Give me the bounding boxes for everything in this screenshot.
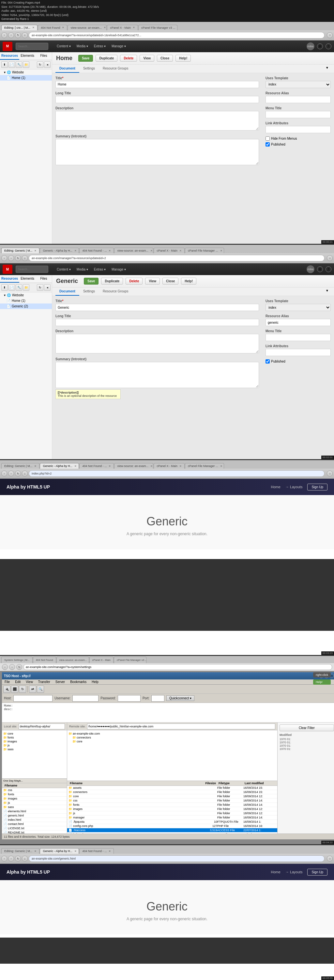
hide-from-menus-checkbox[interactable] xyxy=(266,137,270,141)
fz-remote-file-fonts[interactable]: 📁fontsFile folder16/09/2014 14: xyxy=(67,803,277,807)
forward-button[interactable]: › xyxy=(8,32,14,38)
fz-remote-file-assets[interactable]: 📁assetsFile folder16/09/2014 15: xyxy=(67,786,277,790)
back-button[interactable]: ‹ xyxy=(1,32,7,38)
reload-button[interactable]: ↻ xyxy=(15,32,21,38)
tab-close-icon[interactable]: ✕ xyxy=(133,26,135,29)
published-checkbox-2[interactable] xyxy=(266,359,270,364)
modx-search-2[interactable] xyxy=(16,266,48,273)
tab-close-icon[interactable]: ✕ xyxy=(104,26,106,29)
back-button-2[interactable]: ‹ xyxy=(1,255,7,261)
res-tab-toggle[interactable]: ▼ xyxy=(324,65,331,73)
fz-tool-reconnect[interactable]: ↻ xyxy=(19,686,26,693)
link-attributes-input[interactable] xyxy=(266,126,331,133)
nav-extras[interactable]: Extras ▾ xyxy=(92,44,108,49)
fz-tree-item-images[interactable]: 📁 images xyxy=(3,740,65,743)
view-button[interactable]: View xyxy=(140,55,154,62)
tree-item-home-2[interactable]: 📄 Home (1) xyxy=(0,298,52,304)
fz-local-file-readme[interactable]: 📄README.txt xyxy=(2,830,67,834)
close-button[interactable]: Close xyxy=(157,55,173,62)
tab-editing-5[interactable]: Editing: Generic | M... ✕ xyxy=(1,848,40,854)
res-tab-settings-2[interactable]: Settings xyxy=(79,288,99,296)
close-button-2[interactable]: Close xyxy=(162,278,178,285)
fz-port-input[interactable] xyxy=(151,695,164,702)
link-attributes-input-2[interactable] xyxy=(266,349,331,356)
fz-local-file-license[interactable]: 📄LICENSE.txt xyxy=(2,826,67,830)
address-bar-3[interactable] xyxy=(29,470,324,477)
sidebar-tool-settings[interactable]: 🔧 xyxy=(16,61,22,68)
sidebar-tab-resources-2[interactable]: Resources xyxy=(0,275,19,283)
sidebar-tool-up-2[interactable]: ⬆ xyxy=(1,284,8,291)
help-icon[interactable]: ? xyxy=(326,43,331,49)
fz-local-file-fonts[interactable]: 📁fonts xyxy=(2,792,67,797)
tab-cpanel-fm-3[interactable]: cPanel File Manager ... ✕ xyxy=(185,463,224,469)
sidebar-tool-refresh[interactable]: ↻ xyxy=(37,61,43,68)
home-nav-button-5[interactable]: ⌂ xyxy=(22,856,28,862)
tab-close-icon[interactable]: ✕ xyxy=(34,249,37,252)
fz-local-file-index[interactable]: 📄index.html xyxy=(2,818,67,822)
avatar[interactable]: mike xyxy=(307,43,315,50)
nav-manage-2[interactable]: Manage ▾ xyxy=(110,267,128,272)
fz-local-file-images[interactable]: 📁images xyxy=(2,797,67,801)
uses-template-select[interactable]: index xyxy=(266,81,331,88)
home-nav-button-2[interactable]: ⌂ xyxy=(22,255,28,261)
tab-view-source-2[interactable]: view-source: an-exam... ✕ xyxy=(114,248,153,253)
tab-cpanel-fm-2[interactable]: cPanel File Manager ... ✕ xyxy=(185,248,224,253)
back-button-3[interactable]: ‹ xyxy=(1,471,7,476)
sidebar-tool-collapse-2[interactable]: ◂ xyxy=(44,284,51,291)
fz-remote-tree-site[interactable]: 📁 an-example-site.com xyxy=(68,732,276,736)
sidebar-tool-up[interactable]: ⬆ xyxy=(1,61,8,68)
signup-button-5[interactable]: Sign Up xyxy=(307,869,328,876)
tab-close-icon[interactable]: ✕ xyxy=(109,465,111,468)
fz-menu-help[interactable]: Help xyxy=(89,679,101,684)
long-title-input[interactable] xyxy=(56,96,259,103)
tab-404-2[interactable]: 404 Not Found - ... ✕ xyxy=(79,248,114,253)
bg-reload[interactable]: ↻ xyxy=(16,664,22,670)
fz-local-file-css[interactable]: 📁css xyxy=(2,788,67,792)
published-checkbox[interactable] xyxy=(266,142,270,146)
fz-quickconnect-button[interactable]: Quickconnect ▾ xyxy=(166,695,194,701)
fz-local-file-contact[interactable]: 📄contact.html xyxy=(2,822,67,826)
tab-404-bg[interactable]: 404 Not Found xyxy=(33,657,56,663)
reload-button-5[interactable]: ↻ xyxy=(15,856,21,862)
tree-item-website-2[interactable]: ▾ 🌐 Website xyxy=(0,293,52,298)
bookmark-icon[interactable]: ☆ xyxy=(327,32,333,38)
forward-button-5[interactable]: › xyxy=(8,856,14,862)
help-btn-right[interactable]: Help! xyxy=(313,679,331,685)
fz-remote-path-input[interactable] xyxy=(87,724,275,729)
fz-password-input[interactable] xyxy=(118,695,141,702)
fz-tool-stop[interactable]: ⬛ xyxy=(11,686,18,693)
avatar-2[interactable]: mike xyxy=(307,265,315,273)
nav-media-2[interactable]: Media ▾ xyxy=(75,267,90,272)
tab-404[interactable]: 404 Not Found ✕ xyxy=(38,25,67,30)
sidebar-tab-elements[interactable]: Elements xyxy=(19,52,35,60)
alias-input[interactable] xyxy=(266,96,331,103)
summary-textarea[interactable] xyxy=(56,139,259,165)
tab-generic-alpha[interactable]: Generic - Alpha by H... ✕ xyxy=(40,463,79,469)
settings-icon-2[interactable]: ⚙ xyxy=(317,266,323,272)
forward-button-2[interactable]: › xyxy=(8,255,14,261)
uses-template-select-2[interactable]: index xyxy=(266,304,331,311)
fz-menu-server[interactable]: Server xyxy=(53,679,67,684)
menu-title-input-2[interactable] xyxy=(266,334,331,341)
fz-menu-edit[interactable]: Edit xyxy=(13,679,23,684)
tab-close-icon[interactable]: ✕ xyxy=(74,850,76,853)
title-input[interactable] xyxy=(56,81,259,88)
fz-remote-file-images[interactable]: 📁imagesFile folder16/09/2014 12: xyxy=(67,807,277,811)
help-button[interactable]: Help! xyxy=(175,55,191,62)
signup-button-3[interactable]: Sign Up xyxy=(307,484,328,490)
back-button-5[interactable]: ‹ xyxy=(1,856,7,862)
fz-tool-sync[interactable]: ⇄ xyxy=(29,686,36,693)
tab-editing-generic-3[interactable]: Editing: Generic | M... ✕ xyxy=(1,463,40,469)
tab-close-icon[interactable]: ✕ xyxy=(74,249,76,252)
tab-close-icon[interactable]: ✕ xyxy=(109,850,111,853)
tab-close-icon[interactable]: ✕ xyxy=(34,850,37,853)
sidebar-tab-files-2[interactable]: Files xyxy=(35,275,52,283)
fz-tree-item-sass[interactable]: 📁 sass xyxy=(3,747,65,751)
tab-cpanel-fm-bg[interactable]: cPanel File Manager v3 ... xyxy=(114,657,146,663)
tab-close-icon[interactable]: ✕ xyxy=(74,465,76,468)
delete-button[interactable]: Delete xyxy=(120,55,137,62)
nav-link-home-3[interactable]: Home xyxy=(271,485,280,489)
fz-remote-file-js[interactable]: 📁jsFile folder18/09/2014 12: xyxy=(67,811,277,816)
fz-tree-item-core[interactable]: 📁 core xyxy=(3,732,65,736)
tab-404-5[interactable]: 404 Not Found - ... ✕ xyxy=(79,848,114,854)
